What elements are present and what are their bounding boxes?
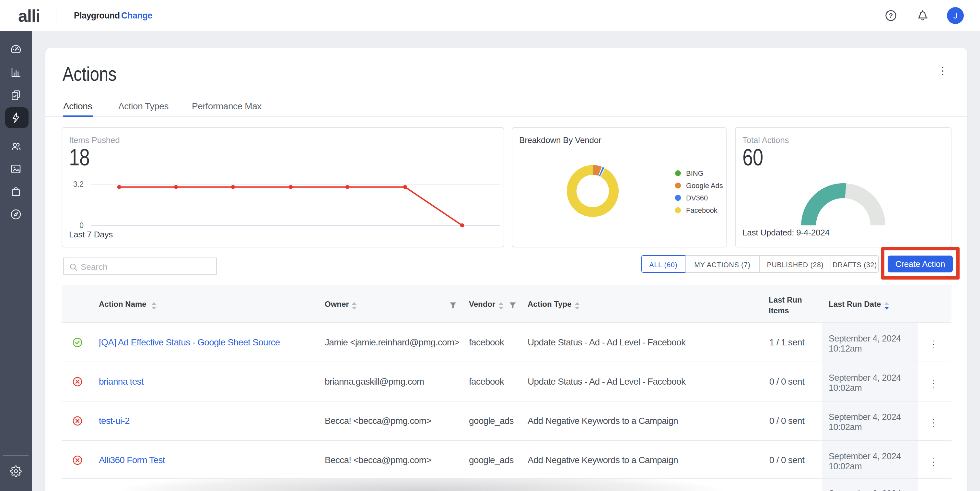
- svg-text:BING: BING: [686, 169, 703, 177]
- svg-text:Google Ads: Google Ads: [686, 182, 723, 190]
- svg-text:Facebook: Facebook: [686, 206, 718, 214]
- svg-text:DV360: DV360: [686, 194, 708, 202]
- svg-text:?: ?: [889, 12, 893, 19]
- svg-text:3.2: 3.2: [73, 180, 84, 188]
- svg-text:0: 0: [80, 221, 84, 230]
